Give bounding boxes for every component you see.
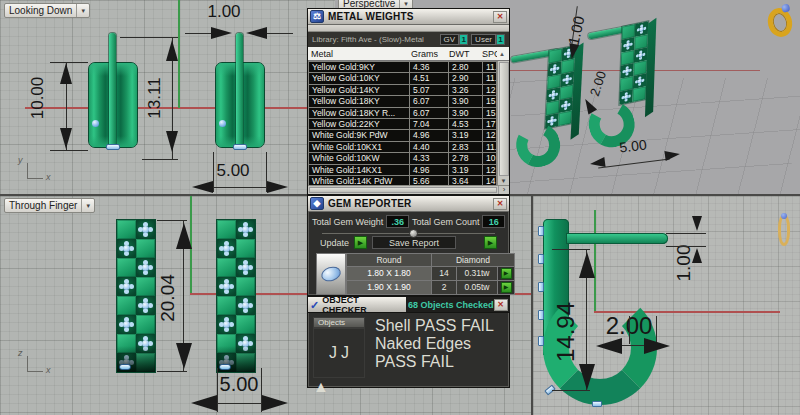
vertical-scrollbar[interactable]: ▼ xyxy=(497,61,509,185)
viewport-divider[interactable] xyxy=(531,196,533,415)
dim-arrow xyxy=(262,395,288,411)
gem-icon xyxy=(223,245,230,252)
table-cell: 3.64 xyxy=(449,176,482,185)
dim-arrow xyxy=(246,27,267,39)
panel-titlebar[interactable]: ⚖ METAL WEIGHTS ✕ xyxy=(308,9,509,25)
gem-icon xyxy=(106,144,120,150)
gem-cell xyxy=(117,277,136,296)
table-cell: 4.36 xyxy=(410,62,448,72)
gem-size[interactable]: 1.80 X 1.80 xyxy=(347,267,431,280)
gem-cell xyxy=(136,334,155,353)
viewport-looking-down[interactable]: 10.00 13.11 1.00 5.00 y x xyxy=(0,0,335,195)
total-gem-count-field[interactable]: 16 xyxy=(482,215,505,228)
table-cell: 3.90 xyxy=(449,108,482,118)
table-cell: 3.26 xyxy=(449,85,482,95)
panel-title: GEM REPORTER xyxy=(328,198,412,209)
library-row: Library: Fifth Ave - (Slow)-Metal GV 1 U… xyxy=(308,32,509,47)
gem-icon xyxy=(242,340,249,347)
close-icon[interactable]: ✕ xyxy=(493,198,507,210)
gem-icon xyxy=(538,282,544,292)
gem-row-run-icon[interactable]: ▶ xyxy=(501,282,512,293)
gem-icon xyxy=(142,302,149,309)
dim-arrow xyxy=(579,252,595,278)
scroll-right-icon[interactable]: › xyxy=(498,186,509,194)
model-earring-top-2[interactable] xyxy=(215,62,265,148)
table-cell: 5.66 xyxy=(410,176,448,185)
table-cell: White Gold:10KW xyxy=(309,153,409,163)
gold-earring-icon[interactable] xyxy=(778,214,790,246)
metal-cell xyxy=(217,220,236,239)
close-icon[interactable]: ✕ xyxy=(493,11,507,23)
status-bar: 68 Objects Checked ✕ xyxy=(406,297,510,312)
model-earring-front-2[interactable] xyxy=(217,220,255,372)
horizontal-scrollbar[interactable]: › xyxy=(308,185,509,194)
close-icon[interactable]: ✕ xyxy=(494,299,508,311)
save-run-icon[interactable]: ▶ xyxy=(484,236,497,249)
dim-arrow xyxy=(664,149,680,161)
divider-knob[interactable] xyxy=(409,229,418,238)
gem-cell xyxy=(136,296,155,315)
user-indicator[interactable]: 1 xyxy=(496,34,505,45)
metal-cell xyxy=(236,277,255,296)
model-post xyxy=(109,33,116,149)
scrollbar-thumb[interactable] xyxy=(309,187,497,193)
table-cell: 11.18 xyxy=(483,142,496,152)
table-cell: 17.89 xyxy=(483,119,496,129)
pass-badge: PASS xyxy=(375,353,417,370)
table-cell: 5.07 xyxy=(410,85,448,95)
gv-indicator[interactable]: 1 xyxy=(459,34,468,45)
table-cell: White Gold:14K PdW xyxy=(309,176,409,185)
panel-title: OBJECT CHECKER xyxy=(322,295,404,315)
gem-icon xyxy=(242,226,249,233)
scrollbar-thumb[interactable] xyxy=(499,62,509,176)
cad-workspace: 10.00 13.11 1.00 5.00 y x xyxy=(0,0,800,415)
scroll-down-icon[interactable]: ▼ xyxy=(501,177,507,185)
panel-titlebar[interactable]: ✓ OBJECT CHECKER xyxy=(308,297,406,312)
dim-arrow xyxy=(692,216,702,231)
metal-cell xyxy=(136,353,155,372)
table-cell: Yellow Gold:22KY xyxy=(309,119,409,129)
y-axis-line xyxy=(178,0,180,108)
model-earring-top-1[interactable] xyxy=(88,62,138,148)
metal-table-header: Metal Grams DWT SPG ▲ xyxy=(308,47,509,61)
chevron-down-icon[interactable]: ▾ xyxy=(81,199,90,212)
update-run-icon[interactable]: ▶ xyxy=(354,236,367,249)
objects-label: Objects xyxy=(313,317,365,328)
total-gem-weight-field[interactable]: .36 xyxy=(386,215,409,228)
gem-size[interactable]: 1.90 X 1.90 xyxy=(347,281,431,294)
gold-ring-icon[interactable] xyxy=(765,6,795,40)
update-button[interactable]: Update xyxy=(320,238,349,248)
dim-arrow xyxy=(596,338,622,354)
axis-v-label: y xyxy=(18,155,23,165)
collapse-icon[interactable]: ▲ xyxy=(313,378,365,396)
table-cell: Yellow Gold:18KY R... xyxy=(309,108,409,118)
chevron-down-icon[interactable]: ▾ xyxy=(76,4,85,17)
axis-icon: y x xyxy=(18,155,54,185)
dim-arrow xyxy=(60,128,72,149)
user-button[interactable]: User 1 xyxy=(471,34,505,45)
table-cell: 12.88 xyxy=(483,85,496,95)
model-post xyxy=(566,233,668,244)
viewport-side[interactable]: 14.94 2.00 1.00 xyxy=(533,196,800,415)
gem-icon xyxy=(123,283,130,290)
tab-looking-down[interactable]: Looking Down ▾ xyxy=(4,3,90,18)
gem-icon xyxy=(563,103,568,108)
objects-thumbnail[interactable]: JJ xyxy=(313,328,365,378)
column-header: Metal xyxy=(308,49,408,59)
gem-row-run-icon[interactable]: ▶ xyxy=(501,268,512,279)
column-header: Round xyxy=(347,254,431,266)
panel-titlebar[interactable]: ◆ GEM REPORTER ✕ xyxy=(308,196,509,212)
table-cell: 2.83 xyxy=(449,142,482,152)
gem-icon xyxy=(565,77,570,82)
dim-label: 5.00 xyxy=(203,161,263,181)
scroll-up-icon[interactable]: ▲ xyxy=(497,51,509,57)
table-cell: 15.41 xyxy=(483,108,496,118)
column-header: SPG xyxy=(479,49,497,59)
metal-table-body: Yellow Gold:9KY4.362.8011.08Yellow Gold:… xyxy=(308,61,497,185)
gem-preview xyxy=(316,253,346,295)
axis-h-label: x xyxy=(46,172,51,182)
tab-through-finger[interactable]: Through Finger ▾ xyxy=(4,198,95,213)
model-earring-front-1[interactable] xyxy=(117,220,155,372)
gv-button[interactable]: GV 1 xyxy=(440,34,469,45)
metal-weights-panel: ⚖ METAL WEIGHTS ✕ Library: Fifth Ave - (… xyxy=(307,8,510,195)
